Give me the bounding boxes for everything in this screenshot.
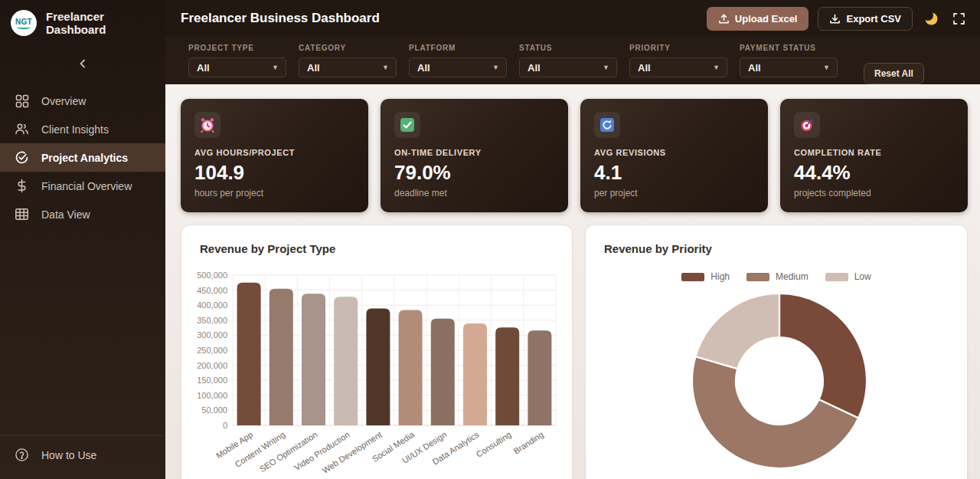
export-csv-button[interactable]: Export CSV [818,7,913,31]
filter-label-project-type: PROJECT TYPE [188,44,286,52]
chevron-down-icon: ▼ [492,64,499,71]
chevron-down-icon: ▼ [603,64,609,71]
export-csv-label: Export CSV [846,13,901,25]
filter-label-platform: PLATFORM [409,44,507,52]
kpi-card-avg-revisions: AVG REVISIONS 4.1 per project [580,99,768,212]
sidebar-item-label: Financial Overview [41,180,132,192]
filter-label-payment-status: PAYMENT STATUS [740,44,838,52]
platform-select[interactable]: All ▼ [409,57,507,77]
bar-chart-title: Revenue by Project Type [200,242,335,255]
check-circle-icon [15,150,29,165]
chevron-left-icon [78,59,87,68]
chevron-down-icon: ▼ [823,64,830,71]
kpi-sub: hours per project [194,188,354,198]
kpi-icon-tile [394,112,420,138]
sidebar-item-client-insights[interactable]: Client Insights [0,115,165,143]
kpi-sub: deadline met [394,188,554,198]
dark-mode-toggle[interactable] [922,9,940,28]
svg-text:200,000: 200,000 [197,361,227,370]
payment-status-select[interactable]: All ▼ [740,57,838,77]
kpi-label: AVG HOURS/PROJECT [194,148,354,157]
sidebar-item-overview[interactable]: Overview [0,87,165,115]
brand: NGT Freelancer Dashboard [0,0,165,44]
sidebar-item-label: Client Insights [41,123,109,136]
bar-chart-card: Revenue by Project Type 050,000100,00015… [181,225,573,479]
brand-title: Freelancer Dashboard [46,10,155,36]
filter-label-status: STATUS [519,44,617,52]
svg-text:Web Development: Web Development [321,430,384,475]
sidebar: NGT Freelancer Dashboard Overview Client… [0,0,165,479]
table-icon [15,207,29,221]
sidebar-item-financial-overview[interactable]: Financial Overview [0,172,165,200]
upload-excel-label: Upload Excel [735,13,798,25]
sidebar-item-label: Project Analytics [41,152,128,164]
footer-item-label: How to Use [41,449,96,461]
target-icon [799,116,815,133]
reset-all-button[interactable]: Reset All [864,63,924,84]
revisions-icon [599,117,615,133]
priority-select[interactable]: All ▼ [629,57,727,77]
svg-text:100,000: 100,000 [197,391,227,400]
alarm-clock-icon [199,116,216,133]
svg-text:450,000: 450,000 [197,286,227,295]
select-value: All [417,62,430,74]
kpi-value: 104.9 [194,161,354,185]
kpi-label: AVG REVISIONS [594,148,754,157]
select-value: All [528,62,541,74]
logo-text: NGT [15,18,32,26]
question-icon [15,448,29,462]
dollar-icon [15,179,29,193]
sidebar-item-project-analytics[interactable]: Project Analytics [0,143,165,172]
status-select[interactable]: All ▼ [519,57,617,77]
filter-label-category: CATEGORY [299,44,397,52]
page-title: Freelancer Business Dashboard [181,11,380,26]
upload-excel-button[interactable]: Upload Excel [707,7,809,31]
svg-text:250,000: 250,000 [197,346,227,355]
sidebar-item-data-view[interactable]: Data View [0,200,165,228]
category-select[interactable]: All ▼ [299,57,397,77]
svg-text:350,000: 350,000 [197,316,227,325]
kpi-sub: projects completed [794,188,954,198]
kpi-icon-tile [794,112,820,138]
kpi-icon-tile [594,112,620,138]
fullscreen-button[interactable] [949,9,968,28]
moon-icon [923,11,939,26]
project-type-select[interactable]: All ▼ [188,57,286,77]
kpi-card-avg-hours: AVG HOURS/PROJECT 104.9 hours per projec… [181,99,368,212]
donut-chart [586,225,967,479]
grid-icon [15,94,29,108]
sidebar-item-label: Overview [41,95,86,107]
download-icon [829,13,841,25]
chevron-down-icon: ▼ [382,64,389,71]
kpi-label: ON-TIME DELIVERY [394,148,554,157]
svg-text:300,000: 300,000 [197,330,227,340]
svg-text:150,000: 150,000 [197,376,227,385]
chevron-down-icon: ▼ [713,64,720,71]
kpi-row: AVG HOURS/PROJECT 104.9 hours per projec… [165,84,980,212]
svg-text:SEO Optimization: SEO Optimization [258,430,319,474]
header-actions: Upload Excel Export CSV [707,7,968,31]
fullscreen-icon [952,12,965,25]
charts-row: Revenue by Project Type 050,000100,00015… [165,212,980,479]
svg-text:500,000: 500,000 [197,271,227,280]
svg-text:50,000: 50,000 [201,405,227,415]
select-value: All [748,62,761,74]
select-value: All [307,62,320,74]
filter-bar: PROJECT TYPE All ▼ CATEGORY All ▼ PLATFO… [165,37,980,84]
kpi-label: COMPLETION RATE [794,148,954,157]
kpi-sub: per project [594,188,754,198]
svg-text:0: 0 [223,421,227,430]
donut-chart-card: Revenue by Priority High Medium Low [585,225,968,479]
sidebar-nav: Overview Client Insights Project Analyti… [0,87,165,228]
upload-icon [718,13,730,25]
sidebar-footer: How to Use [0,435,165,479]
sidebar-item-label: Data View [41,208,90,221]
logo-swoosh-icon [17,25,31,29]
select-value: All [197,62,210,74]
main-content: AVG HOURS/PROJECT 104.9 hours per projec… [165,84,980,479]
kpi-value: 4.1 [594,161,754,185]
sidebar-collapse-button[interactable] [74,54,92,73]
sidebar-item-how-to-use[interactable]: How to Use [15,448,165,462]
check-icon [400,117,415,133]
header: Freelancer Business Dashboard Upload Exc… [165,0,980,37]
